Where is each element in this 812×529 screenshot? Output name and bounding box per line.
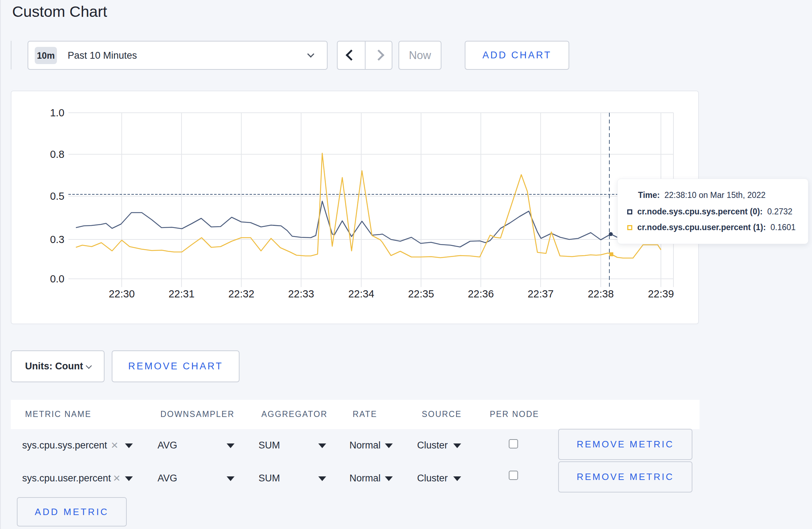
svg-text:22:39: 22:39 xyxy=(648,288,674,300)
svg-text:22:30: 22:30 xyxy=(109,288,135,300)
svg-text:22:32: 22:32 xyxy=(228,288,255,300)
svg-text:1.0: 1.0 xyxy=(50,107,64,118)
svg-text:22:33: 22:33 xyxy=(288,288,314,300)
svg-text:22:36: 22:36 xyxy=(468,288,494,300)
svg-text:0.5: 0.5 xyxy=(50,190,64,202)
svg-text:22:37: 22:37 xyxy=(528,288,554,300)
svg-text:22:34: 22:34 xyxy=(348,288,374,300)
svg-text:0.8: 0.8 xyxy=(50,149,64,160)
svg-text:0.0: 0.0 xyxy=(50,273,64,285)
svg-text:22:38: 22:38 xyxy=(588,288,614,300)
svg-text:22:35: 22:35 xyxy=(408,288,434,300)
svg-text:0.3: 0.3 xyxy=(50,234,64,245)
svg-text:22:31: 22:31 xyxy=(169,288,195,300)
